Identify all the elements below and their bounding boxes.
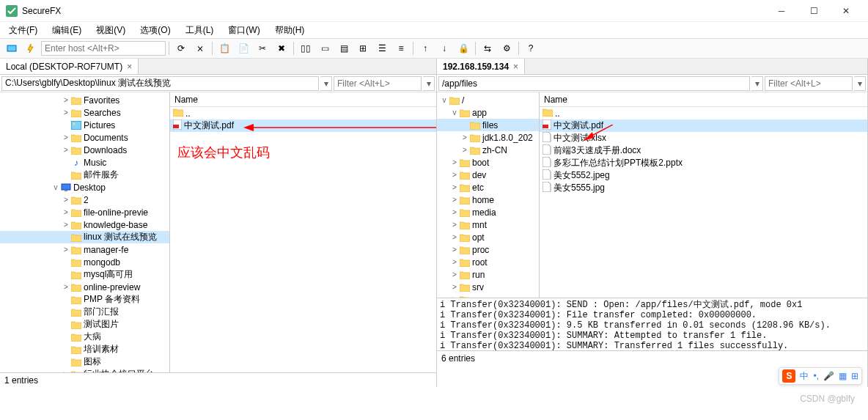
tree-node[interactable]: PMP 备考资料	[0, 293, 169, 306]
tree-node[interactable]: 测试图片	[0, 318, 169, 331]
expand-icon[interactable]: >	[460, 146, 469, 154]
connect-icon[interactable]	[3, 40, 21, 57]
remote-tree[interactable]: v/vappfiles>jdk1.8.0_202>zh-CN>boot>dev>…	[437, 92, 540, 298]
tree-node[interactable]: >media	[437, 206, 539, 218]
expand-icon[interactable]: >	[460, 133, 469, 141]
maximize-button[interactable]: ☐	[798, 0, 830, 22]
menu-view[interactable]: 视图(V)	[92, 23, 130, 38]
disconnect-icon[interactable]: ⨯	[191, 40, 209, 57]
ime-toolbar[interactable]: S 中 •, 🎤 ▦ ⊞	[779, 367, 862, 385]
expand-icon[interactable]: >	[450, 158, 459, 166]
tree-node[interactable]: linux 测试在线预览	[0, 231, 169, 243]
tree-node[interactable]: >etc	[437, 181, 539, 194]
file-row[interactable]: 中文测试.pdf	[540, 119, 867, 132]
tree-node[interactable]: >Favorites	[0, 94, 169, 106]
menu-options[interactable]: 选项(O)	[136, 23, 174, 38]
options-icon[interactable]: ⚙	[498, 40, 515, 57]
tree-node[interactable]: 邮件服务	[0, 169, 169, 181]
tree-node[interactable]: >proc	[437, 243, 539, 256]
local-tree[interactable]: >Favorites>SearchesPictures>Documents>Do…	[0, 92, 170, 372]
minimize-button[interactable]: ─	[765, 0, 798, 22]
file-row[interactable]: 美女5552.jpeg	[540, 169, 867, 182]
listview-icon[interactable]: ☰	[373, 40, 391, 57]
copy-icon[interactable]: 📋	[216, 40, 233, 57]
expand-icon[interactable]: >	[62, 133, 70, 141]
expand-icon[interactable]: >	[450, 283, 459, 291]
tree-node[interactable]: vDesktop	[0, 181, 169, 194]
remote-tab[interactable]: 192.168.159.134 ×	[437, 59, 525, 74]
delete-icon[interactable]: ✖	[273, 40, 290, 57]
ime-s-icon[interactable]: S	[782, 369, 795, 383]
name-column-header[interactable]: Name	[540, 92, 867, 107]
tree-node[interactable]: 大病	[0, 331, 169, 343]
menu-tools[interactable]: 工具(L)	[181, 23, 218, 38]
remote-filter-input[interactable]	[765, 76, 853, 91]
tree-node[interactable]: mysql高可用	[0, 268, 169, 281]
expand-icon[interactable]: >	[450, 221, 459, 229]
quick-connect-icon[interactable]	[22, 40, 40, 57]
tree-node[interactable]: ♪Music	[0, 156, 169, 169]
close-icon[interactable]: ×	[513, 62, 518, 72]
menu-window[interactable]: 窗口(W)	[224, 23, 264, 38]
expand-icon[interactable]: >	[450, 208, 459, 216]
remote-path-input[interactable]	[438, 76, 750, 91]
close-icon[interactable]: ×	[127, 62, 132, 72]
layout3-icon[interactable]: ▤	[335, 40, 353, 57]
close-button[interactable]: ✕	[830, 0, 862, 22]
expand-icon[interactable]: v	[450, 108, 459, 117]
expand-icon[interactable]: >	[62, 221, 70, 229]
chevron-down-icon[interactable]: ▾	[320, 76, 332, 91]
tree-node[interactable]: files	[437, 119, 539, 131]
tree-node[interactable]: >root	[437, 256, 539, 268]
expand-icon[interactable]: >	[450, 246, 459, 254]
expand-icon[interactable]: >	[450, 171, 459, 179]
tree-node[interactable]: >knowledge-base	[0, 218, 169, 231]
file-row[interactable]: 中文测试.pdf	[170, 119, 436, 132]
sync-icon[interactable]: ⇆	[479, 40, 496, 57]
chevron-down-icon[interactable]: ▾	[423, 76, 435, 91]
download-icon[interactable]: ↓	[435, 40, 453, 57]
menu-file[interactable]: 文件(F)	[4, 23, 42, 38]
lock-icon[interactable]: 🔒	[455, 40, 472, 57]
tree-node[interactable]: >Searches	[0, 106, 169, 119]
expand-icon[interactable]: >	[62, 208, 70, 216]
detailview-icon[interactable]: ≡	[392, 40, 410, 57]
ime-mic-icon[interactable]: 🎤	[823, 371, 834, 381]
file-row[interactable]: 前端3天速成手册.docx	[540, 144, 867, 157]
ime-zh[interactable]: 中	[800, 370, 809, 383]
name-column-header[interactable]: Name	[170, 92, 436, 107]
tree-node[interactable]: 培训素材	[0, 343, 169, 355]
tree-node[interactable]: >opt	[437, 231, 539, 243]
layout2-icon[interactable]: ▭	[316, 40, 334, 57]
iconview-icon[interactable]: ⊞	[354, 40, 372, 57]
ime-punct-icon[interactable]: •,	[813, 371, 819, 381]
tree-node[interactable]: >srv	[437, 281, 539, 293]
tree-node[interactable]: Pictures	[0, 119, 169, 131]
tree-node[interactable]: >Documents	[0, 131, 169, 144]
layout1-icon[interactable]: ▯▯	[297, 40, 315, 57]
expand-icon[interactable]: >	[450, 183, 459, 191]
chevron-down-icon[interactable]: ▾	[854, 76, 866, 91]
file-row[interactable]: 多彩工作总结计划PPT模板2.pptx	[540, 157, 867, 169]
upload-icon[interactable]: ↑	[416, 40, 434, 57]
expand-icon[interactable]: >	[450, 196, 459, 204]
expand-icon[interactable]: >	[450, 270, 459, 279]
tree-node[interactable]: >jdk1.8.0_202	[437, 131, 539, 144]
tree-node[interactable]: >dev	[437, 169, 539, 181]
local-path-input[interactable]	[1, 76, 319, 91]
tree-node[interactable]: 部门汇报	[0, 306, 169, 318]
host-input[interactable]	[41, 41, 166, 56]
expand-icon[interactable]: v	[440, 96, 449, 104]
tree-node[interactable]: >Downloads	[0, 144, 169, 156]
remote-files[interactable]: ..中文测试.pdf中文测试.xlsx前端3天速成手册.docx多彩工作总结计划…	[540, 107, 867, 298]
ime-menu-icon[interactable]: ⊞	[851, 371, 858, 381]
tree-node[interactable]: >run	[437, 268, 539, 281]
local-filter-input[interactable]	[334, 76, 422, 91]
chevron-down-icon[interactable]: ▾	[751, 76, 763, 91]
file-row[interactable]: ..	[170, 107, 436, 119]
file-row[interactable]: 美女5555.jpg	[540, 182, 867, 194]
ime-skin-icon[interactable]: ▦	[839, 371, 847, 381]
expand-icon[interactable]: >	[450, 233, 459, 241]
expand-icon[interactable]: >	[62, 96, 70, 104]
menu-edit[interactable]: 编辑(E)	[48, 23, 86, 38]
